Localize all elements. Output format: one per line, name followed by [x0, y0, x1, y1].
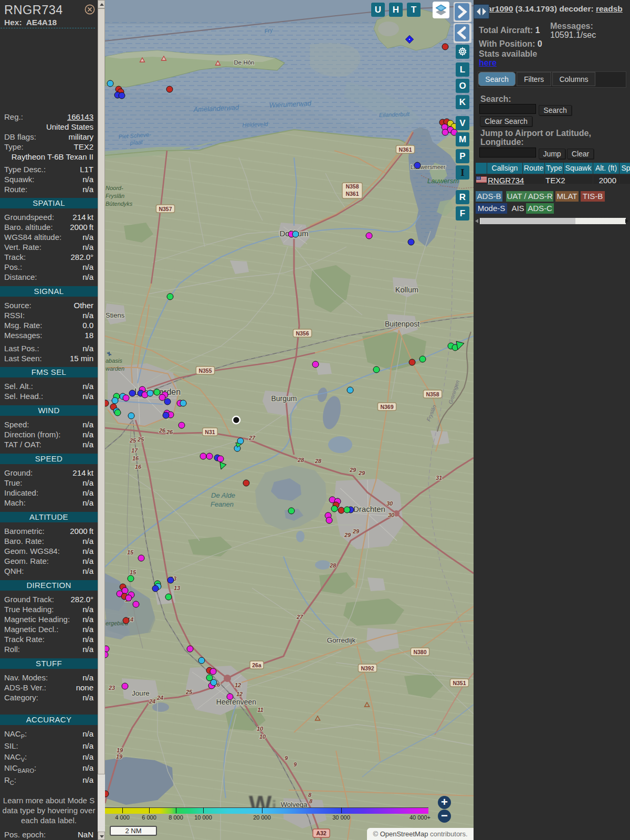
svg-text:Kollum: Kollum [395, 286, 418, 294]
svg-text:Buitenpost: Buitenpost [385, 320, 419, 328]
svg-text:19: 19 [117, 747, 123, 753]
svg-text:Burgum: Burgum [271, 394, 297, 403]
svg-text:Stiens: Stiens [106, 311, 125, 319]
svg-text:N357: N357 [159, 206, 172, 212]
svg-text:N361: N361 [345, 191, 359, 197]
svg-text:N392: N392 [361, 665, 374, 671]
svg-text:N31: N31 [205, 429, 215, 435]
svg-text:De Hôn: De Hôn [234, 59, 255, 66]
svg-text:28: 28 [297, 457, 304, 463]
svg-text:25: 25 [137, 436, 144, 443]
svg-text:30: 30 [388, 512, 395, 518]
svg-text:N358: N358 [345, 183, 359, 190]
svg-text:warden: warden [106, 365, 124, 372]
svg-text:Lauwersm: Lauwersm [427, 177, 459, 185]
svg-text:27: 27 [248, 435, 256, 441]
svg-text:19: 19 [116, 753, 123, 760]
svg-text:Bûtendyks: Bûtendyks [106, 201, 133, 207]
svg-text:25: 25 [129, 437, 136, 444]
svg-text:Gorredijk: Gorredijk [327, 636, 356, 644]
svg-text:plaat: plaat [129, 139, 143, 146]
svg-text:N351: N351 [453, 680, 466, 686]
svg-text:De Alde: De Alde [211, 491, 235, 499]
svg-text:24: 24 [156, 695, 163, 701]
svg-text:8: 8 [308, 792, 312, 798]
svg-text:29: 29 [358, 470, 365, 476]
svg-text:N355: N355 [198, 368, 212, 374]
svg-text:29: 29 [352, 528, 360, 534]
svg-text:8: 8 [309, 798, 313, 804]
svg-text:28: 28 [314, 458, 322, 464]
svg-text:15: 15 [127, 549, 134, 555]
svg-text:15: 15 [130, 569, 136, 575]
svg-text:10: 10 [259, 733, 266, 740]
svg-text:N361: N361 [398, 146, 412, 153]
svg-text:24: 24 [149, 698, 155, 705]
svg-text:Eilanderbult: Eilanderbult [379, 111, 410, 118]
svg-text:31: 31 [436, 475, 442, 481]
svg-text:13: 13 [174, 585, 180, 591]
svg-text:23: 23 [108, 685, 115, 691]
svg-text:26a: 26a [252, 662, 261, 668]
svg-text:Drachten: Drachten [353, 505, 385, 513]
svg-text:A32: A32 [316, 830, 326, 836]
svg-text:26: 26 [166, 429, 173, 435]
svg-text:29: 29 [349, 467, 356, 473]
svg-text:16: 16 [135, 464, 142, 470]
svg-text:26: 26 [159, 427, 166, 434]
svg-text:Fryslân: Fryslân [106, 193, 124, 199]
svg-text:N356: N356 [296, 330, 309, 337]
svg-text:28: 28 [329, 562, 337, 569]
svg-text:N380: N380 [413, 649, 426, 655]
svg-text:11: 11 [257, 707, 263, 713]
svg-text:Heideveld: Heideveld [242, 121, 268, 128]
svg-text:12: 12 [236, 691, 243, 697]
svg-text:Feanen: Feanen [211, 500, 234, 508]
svg-text:Noord-: Noord- [106, 185, 123, 191]
svg-text:9: 9 [293, 761, 297, 768]
svg-text:12: 12 [235, 682, 241, 688]
svg-text:Heerenveen: Heerenveen [216, 698, 256, 706]
svg-text:Joure: Joure [132, 689, 150, 697]
svg-text:29: 29 [344, 532, 351, 538]
svg-text:17: 17 [131, 447, 138, 454]
svg-text:27: 27 [296, 614, 303, 620]
svg-text:N369: N369 [380, 404, 393, 410]
svg-text:16: 16 [132, 455, 139, 461]
svg-text:10: 10 [257, 726, 264, 732]
svg-text:25: 25 [185, 689, 193, 695]
svg-text:30: 30 [386, 500, 393, 507]
svg-text:N358: N358 [426, 391, 439, 397]
svg-text:abasis: abasis [106, 358, 122, 364]
svg-text:9: 9 [285, 755, 288, 761]
